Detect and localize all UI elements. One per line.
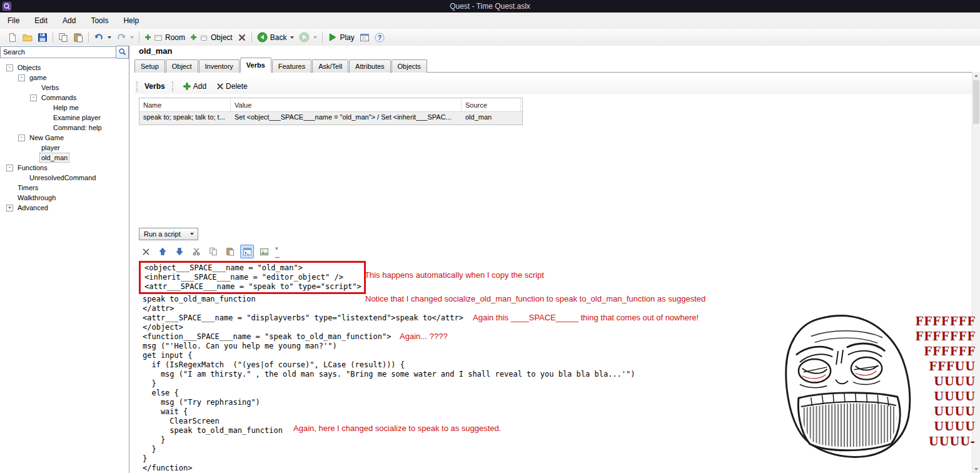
toolbar-overflow-icon[interactable]: ▾▁	[275, 245, 280, 258]
tree-expander-icon[interactable]: -	[30, 94, 37, 101]
tab[interactable]: Features	[272, 59, 311, 73]
scrollbar-thumb[interactable]	[973, 80, 979, 124]
tree-item[interactable]: + Advanced	[0, 203, 129, 213]
script-delete-button[interactable]	[139, 245, 153, 258]
tree-expander-icon[interactable]: -	[6, 165, 13, 171]
redo-button[interactable]	[114, 31, 136, 44]
search-input[interactable]	[0, 46, 116, 58]
menu-item[interactable]: Edit	[27, 13, 55, 28]
new-file-button[interactable]	[5, 31, 20, 44]
meme-text-line: FFFFFF	[912, 344, 976, 359]
add-room-button[interactable]: Room	[142, 31, 188, 44]
tree-item[interactable]: - Objects	[0, 63, 129, 73]
tab[interactable]: Attributes	[349, 59, 390, 73]
window-title-bar: Quest - Time Quest.aslx	[0, 0, 980, 13]
tree-expander-icon[interactable]: +	[6, 205, 13, 211]
tree-item[interactable]: - New Game	[0, 133, 129, 143]
tab[interactable]: Ask/Tell	[312, 59, 348, 73]
column-header[interactable]: Source	[462, 98, 521, 111]
tree-expander-icon[interactable]	[18, 175, 25, 181]
delete-verb-button[interactable]: Delete	[214, 81, 250, 92]
tab[interactable]: Objects	[391, 59, 427, 73]
back-dropdown-arrow-icon[interactable]	[290, 36, 294, 39]
handwritten-annotation: This happens automatically when I copy t…	[365, 270, 544, 280]
tree-item[interactable]: Help me	[0, 103, 129, 113]
paste-button[interactable]	[71, 31, 86, 44]
tree-expander-icon[interactable]: -	[18, 74, 25, 81]
menu-item[interactable]: Tools	[83, 13, 116, 28]
undo-button[interactable]	[91, 31, 114, 44]
tree-expander-icon[interactable]	[42, 104, 49, 111]
tree-expander-icon[interactable]	[42, 125, 49, 131]
menu-item[interactable]: File	[0, 13, 27, 28]
tab[interactable]: Object	[166, 59, 198, 73]
search-icon	[118, 48, 127, 56]
arrow-down-icon	[175, 247, 184, 256]
tree-item[interactable]: - game	[0, 73, 129, 83]
code-view-toggle-button[interactable]	[240, 245, 254, 258]
tree-item[interactable]: Command: help	[0, 123, 129, 133]
delete-element-button[interactable]	[235, 31, 249, 44]
tree-item[interactable]: - Commands	[0, 93, 129, 103]
tree-expander-icon[interactable]	[42, 114, 49, 121]
tree-item[interactable]: Verbs	[0, 83, 129, 93]
copy-button[interactable]	[206, 245, 220, 258]
save-button[interactable]	[35, 31, 50, 44]
toolbar-separator	[251, 32, 252, 43]
search-button[interactable]	[116, 46, 129, 59]
help-button[interactable]: ?	[372, 31, 387, 44]
play-button[interactable]: Play	[325, 31, 356, 44]
image-view-button[interactable]	[257, 245, 271, 258]
move-down-button[interactable]	[173, 245, 186, 258]
back-button[interactable]: Back	[255, 30, 297, 44]
tree-expander-icon[interactable]	[30, 84, 37, 91]
script-toolbar: ▾▁	[139, 245, 280, 258]
redo-dropdown-arrow-icon[interactable]	[130, 36, 134, 39]
forward-dropdown-arrow-icon[interactable]	[313, 36, 317, 39]
tree-expander-icon[interactable]	[6, 195, 13, 201]
move-up-button[interactable]	[156, 245, 169, 258]
tree-item-label: Help me	[52, 103, 80, 112]
verbs-table: NameValueSource speak to; speak; talk to…	[139, 98, 523, 125]
back-icon	[257, 32, 268, 43]
tab[interactable]: Setup	[134, 59, 165, 73]
scroll-up-arrow-icon[interactable]	[972, 72, 980, 79]
forward-button[interactable]	[296, 30, 320, 44]
paste-button[interactable]	[223, 245, 237, 258]
column-header[interactable]: Value	[231, 98, 462, 111]
tab[interactable]: Verbs	[240, 58, 271, 73]
tree-item-label: UnresolvedCommand	[28, 173, 97, 182]
add-verb-button[interactable]: Add	[180, 81, 209, 92]
undo-dropdown-arrow-icon[interactable]	[108, 36, 111, 39]
script-type-label: Run a script	[144, 230, 181, 238]
tree-item-label: Advanced	[16, 203, 49, 212]
tree-expander-icon[interactable]	[30, 155, 37, 161]
menu-item[interactable]: Help	[116, 13, 146, 28]
copy-button[interactable]	[56, 31, 71, 44]
tree-item[interactable]: old_man	[0, 153, 129, 163]
menu-item[interactable]: Add	[55, 13, 83, 28]
tree-expander-icon[interactable]: -	[18, 135, 25, 141]
cut-button[interactable]	[189, 245, 203, 258]
tree-item[interactable]: Examine player	[0, 113, 129, 123]
log-window-button[interactable]	[357, 31, 372, 44]
tree-expander-icon[interactable]	[6, 185, 13, 191]
tree-expander-icon[interactable]: -	[6, 64, 13, 71]
tree-expander-icon[interactable]	[30, 145, 37, 151]
add-object-button[interactable]: Object	[188, 31, 235, 44]
play-label: Play	[340, 33, 354, 42]
toolbar-separator	[88, 32, 89, 43]
scroll-down-arrow-icon[interactable]	[974, 468, 978, 470]
tree-item[interactable]: UnresolvedCommand	[0, 173, 129, 183]
tree-item[interactable]: Walkthrough	[0, 193, 129, 203]
tree-item[interactable]: player	[0, 143, 129, 153]
sidebar: - Objects - game Verbs - Commands Help m…	[0, 46, 129, 473]
tree-item[interactable]: Timers	[0, 183, 129, 193]
script-type-dropdown[interactable]: Run a script	[139, 228, 198, 240]
open-file-button[interactable]	[20, 31, 35, 44]
meme-rage-text: FFFFFFFFFFFFFFFFFFFFFFFUUUUUUUUUUUUUUUUU…	[912, 310, 979, 462]
table-row[interactable]: speak to; speak; talk to; t... Set <obje…	[139, 112, 522, 125]
tab[interactable]: Inventory	[199, 59, 240, 73]
column-header[interactable]: Name	[139, 98, 231, 111]
tree-item[interactable]: - Functions	[0, 163, 129, 173]
